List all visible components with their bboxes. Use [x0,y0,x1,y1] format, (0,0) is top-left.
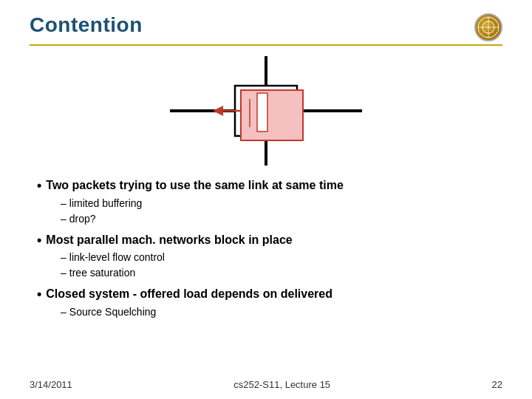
bullet-dot-1: • [37,178,41,194]
sub-item-3-1: – Source Squelching [61,304,502,320]
svg-marker-13 [213,106,223,116]
sub-text-2-1: link-level flow control [69,250,165,265]
bullet-item-1: • Two packets trying to use the same lin… [37,178,502,227]
sub-text-1-1: limited buffering [69,196,143,211]
footer-course: cs252-S11, Lecture 15 [233,379,330,390]
bullet-main-3: • Closed system - offered load depends o… [37,287,502,303]
slide-header: Contention [30,13,502,46]
sub-item-1-2: – drop? [61,211,502,227]
sub-text-2-2: tree saturation [69,265,136,281]
sub-text-1-2: drop? [69,211,96,227]
bullet-text-1: Two packets trying to use the same link … [46,178,344,194]
bullet-dot-3: • [37,287,41,303]
bullet-item-3: • Closed system - offered load depends o… [37,287,502,320]
university-logo [474,13,502,41]
sub-bullets-2: – link-level flow control – tree saturat… [61,250,502,281]
bullet-dot-2: • [37,233,41,249]
dash-2-1: – [61,250,66,265]
diagram-area [30,53,502,168]
bullet-main-2: • Most parallel mach. networks block in … [37,233,502,249]
bullet-text-3: Closed system - offered load depends on … [46,287,332,302]
footer-date: 3/14/2011 [30,379,72,390]
sub-bullets-3: – Source Squelching [61,304,502,320]
contention-diagram [170,56,362,166]
sub-item-2-1: – link-level flow control [61,250,502,265]
dash-2-2: – [61,265,66,281]
sub-bullets-1: – limited buffering – drop? [61,196,502,227]
content-area: • Two packets trying to use the same lin… [37,178,502,320]
sub-item-1-1: – limited buffering [61,196,502,211]
slide-title: Contention [30,13,143,37]
slide-container: Contention [0,0,532,399]
dash-1-1: – [61,196,66,211]
bullet-main-1: • Two packets trying to use the same lin… [37,178,502,194]
dash-3-1: – [61,304,66,320]
bullet-item-2: • Most parallel mach. networks block in … [37,233,502,282]
svg-rect-14 [257,93,267,132]
sub-item-2-2: – tree saturation [61,265,502,281]
footer-page: 22 [492,379,502,390]
sub-text-3-1: Source Squelching [69,304,157,320]
dash-1-2: – [61,211,66,227]
bullet-text-2: Most parallel mach. networks block in pl… [46,233,292,248]
slide-footer: 3/14/2011 cs252-S11, Lecture 15 22 [0,379,532,390]
